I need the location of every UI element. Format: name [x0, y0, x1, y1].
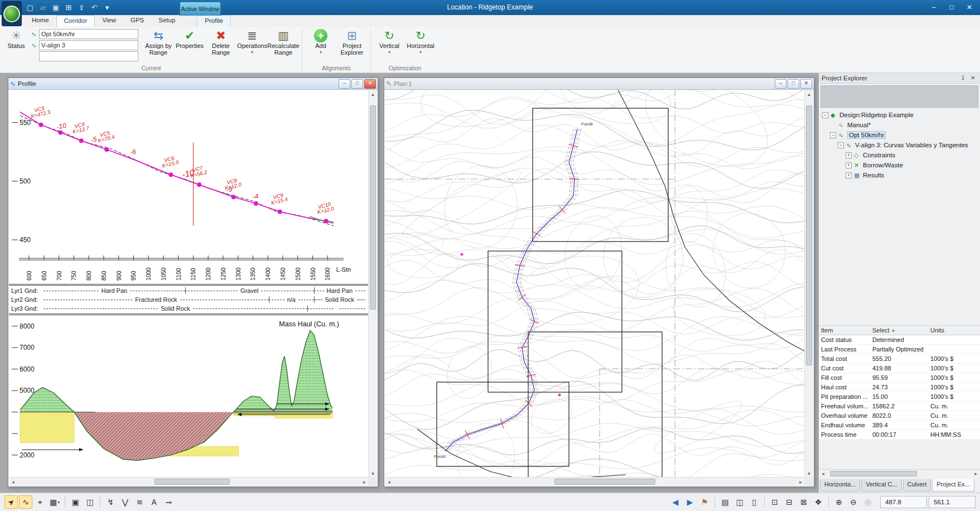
scroll-arrow-icon[interactable]: ◂: [819, 470, 827, 478]
scroll-thumb[interactable]: [830, 471, 916, 476]
pin-icon[interactable]: ↧: [959, 74, 967, 82]
profile-chart[interactable]: 5505004506006507007508008509009501000105…: [9, 90, 369, 284]
valign-field[interactable]: [39, 40, 138, 50]
profile-horizontal-scrollbar[interactable]: ◂▸: [9, 477, 369, 486]
table-row[interactable]: Last ProcessPartially Optimized: [819, 345, 980, 354]
scroll-track[interactable]: [805, 98, 813, 469]
pan-icon[interactable]: ❖: [812, 495, 825, 509]
table-row[interactable]: Overhaul volume8022.0Cu. m.: [819, 411, 980, 421]
scroll-arrow-icon[interactable]: ◂: [9, 478, 17, 486]
tab-setup[interactable]: Setup: [151, 15, 182, 27]
tile-windows-tool[interactable]: ◫: [83, 495, 96, 509]
tab-corridor[interactable]: Corridor: [56, 15, 95, 27]
scroll-track[interactable]: [827, 470, 972, 478]
filter-icon[interactable]: ▼: [891, 329, 896, 334]
dropdown-arrow-icon[interactable]: ▾: [251, 50, 253, 55]
link-tool[interactable]: ⊸: [162, 495, 175, 509]
assign-by-range-button[interactable]: ⇆Assign by Range: [143, 28, 174, 56]
tab-profile[interactable]: Profile: [197, 15, 231, 27]
tab-home[interactable]: Home: [25, 15, 56, 27]
tab-view[interactable]: View: [95, 15, 123, 27]
tree-item-results[interactable]: +▦Results: [820, 170, 979, 180]
properties-button[interactable]: ✔Properties: [174, 28, 205, 56]
panel-horizontal-scrollbar[interactable]: ◂▸: [819, 469, 980, 478]
scroll-arrow-icon[interactable]: ◂: [385, 478, 393, 486]
scroll-arrow-icon[interactable]: ▴: [805, 90, 813, 98]
snap-tool[interactable]: ↯: [104, 495, 117, 509]
plan-window-titlebar[interactable]: ✎ Plan:1 –□✕: [384, 78, 814, 90]
next-view-icon[interactable]: ▶: [683, 495, 697, 509]
scroll-arrow-icon[interactable]: ▸: [796, 478, 805, 486]
plus-expander-icon[interactable]: +: [846, 152, 852, 158]
panel-titlebar[interactable]: Project Explorer ↧✕: [819, 73, 980, 84]
plan-window[interactable]: ✎ Plan:1 –□✕ PointBPointA ▴▾ ◂▸: [384, 78, 814, 487]
scroll-track[interactable]: [17, 478, 360, 486]
flag-icon[interactable]: ⚑: [698, 495, 711, 509]
panel-tab-project-ex[interactable]: Project Ex...: [932, 479, 974, 491]
recalculate-range-button[interactable]: ▥Recalculate Range: [268, 28, 299, 56]
lock-icon[interactable]: ⊠: [797, 495, 810, 509]
profile-vertical-scrollbar[interactable]: ▴▾: [368, 90, 377, 478]
dropdown-arrow-icon[interactable]: ▾: [388, 50, 390, 55]
maximize-window-button[interactable]: □: [943, 2, 960, 13]
alignment-field[interactable]: [39, 29, 138, 39]
status-button[interactable]: ☀ Status: [3, 28, 29, 50]
close-button[interactable]: ✕: [800, 79, 812, 89]
zoom-out-icon[interactable]: ⊖: [847, 495, 860, 509]
profile-window[interactable]: ∿ Profile –□✕ 55050045060065070075080085…: [8, 78, 378, 487]
plus-expander-icon[interactable]: +: [846, 172, 852, 179]
curve-edit-tool[interactable]: ∿: [19, 495, 32, 509]
delete-range-button[interactable]: ✖Delete Range: [205, 28, 236, 56]
plus-expander-icon[interactable]: +: [846, 162, 852, 168]
table-row[interactable]: Process time00:00:17HH:MM:SS: [819, 430, 980, 440]
profile-content[interactable]: 5505004506006507007508008509009501000105…: [9, 90, 369, 478]
label-tool[interactable]: A: [147, 495, 161, 509]
panel-tab-culvert[interactable]: Culvert: [903, 479, 931, 491]
scroll-thumb[interactable]: [806, 105, 812, 365]
close-window-button[interactable]: ✕: [961, 2, 978, 13]
scroll-arrow-icon[interactable]: ▾: [369, 469, 377, 478]
add-button[interactable]: +Add▾: [305, 28, 336, 55]
table-row[interactable]: Cost statusDetermined: [819, 335, 980, 345]
table-row[interactable]: Endhaul volume389.4Cu. m.: [819, 421, 980, 430]
page-layout-icon[interactable]: ◫: [733, 495, 746, 509]
zoom-in-icon[interactable]: ⊕: [832, 495, 846, 509]
panel-tab-horizonta[interactable]: Horizonta...: [820, 479, 860, 491]
minus-expander-icon[interactable]: −: [838, 142, 844, 148]
table-row[interactable]: Freehaul volum...15862.2Cu. m.: [819, 402, 980, 411]
table-row[interactable]: Haul cost24.731000's $: [819, 383, 980, 392]
minimize-button[interactable]: –: [339, 79, 350, 89]
tree-item-borrow-waste[interactable]: +✕Borrow/Waste: [820, 160, 979, 170]
zoom-scale-icon[interactable]: ◎: [861, 495, 875, 509]
scroll-arrow-icon[interactable]: ▾: [805, 469, 813, 478]
vertical-button[interactable]: ↻Vertical▾: [374, 28, 405, 55]
minus-expander-icon[interactable]: −: [822, 112, 828, 118]
previous-view-icon[interactable]: ◀: [669, 495, 682, 509]
close-button[interactable]: ✕: [364, 79, 376, 89]
minimize-button[interactable]: –: [775, 79, 786, 89]
plan-map[interactable]: PointBPointA: [385, 90, 805, 478]
scroll-arrow-icon[interactable]: ▸: [360, 478, 369, 486]
app-menu-button[interactable]: [2, 1, 22, 26]
tree-item-manual[interactable]: ∿Manual*: [820, 120, 979, 130]
select-tool[interactable]: ➤: [4, 495, 18, 509]
tree-item-opt-50km-hr[interactable]: −∿Opt 50km/hr: [820, 130, 979, 140]
scroll-arrow-icon[interactable]: ▴: [369, 90, 377, 98]
page-view-icon[interactable]: ▯: [747, 495, 761, 509]
maximize-button[interactable]: □: [788, 79, 799, 89]
print-page-icon[interactable]: ▤: [718, 495, 732, 509]
extra-field[interactable]: [39, 51, 138, 61]
profile-window-titlebar[interactable]: ∿ Profile –□✕: [8, 78, 378, 90]
sections-tool[interactable]: ≋: [133, 495, 146, 509]
plan-content[interactable]: PointBPointA: [385, 90, 805, 478]
zoom-previous-icon[interactable]: ⊟: [783, 495, 796, 509]
dropdown-arrow-icon[interactable]: ▾: [320, 50, 322, 55]
tab-gps[interactable]: GPS: [123, 15, 151, 27]
tree-item-constraints[interactable]: +◇Constraints: [820, 150, 979, 160]
project-explorer-button[interactable]: ⊞Project Explorer: [336, 28, 368, 56]
table-row[interactable]: Pit preparation ...15.001000's $: [819, 392, 980, 402]
panel-tab-vertical-c[interactable]: Vertical C...: [861, 479, 901, 491]
scroll-track[interactable]: [369, 98, 377, 469]
table-row[interactable]: Fill cost95.591000's $: [819, 373, 980, 383]
table-view-tool[interactable]: ▦▾: [48, 495, 61, 509]
